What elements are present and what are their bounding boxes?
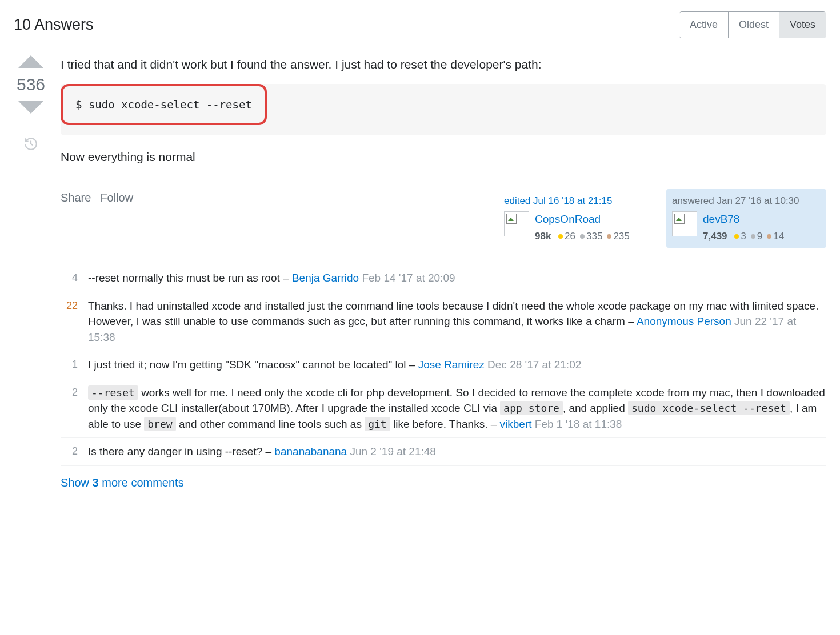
- comment-body: --reset works well for me. I need only t…: [88, 385, 826, 432]
- comment-body: --reset normally this must be run as roo…: [88, 270, 826, 286]
- comment-date: Dec 28 '17 at 21:02: [485, 359, 581, 371]
- author-avatar[interactable]: [672, 211, 697, 236]
- share-link[interactable]: Share: [61, 189, 91, 206]
- comment-user-link[interactable]: vikbert: [500, 418, 532, 430]
- comments-list: 4--reset normally this must be run as ro…: [61, 264, 826, 466]
- silver-badge-icon: [580, 234, 585, 239]
- comment-user-link[interactable]: Anonymous Person: [637, 315, 731, 327]
- comment: 2Is there any danger in using --reset? –…: [61, 438, 826, 466]
- vote-column: 536: [14, 55, 48, 493]
- comment-body: I just tried it; now I'm getting "SDK "m…: [88, 357, 826, 373]
- comment-date: Jun 2 '19 at 21:48: [347, 445, 436, 457]
- comment-score: 1: [61, 357, 78, 373]
- author-name[interactable]: devB78: [703, 211, 784, 228]
- inline-code: brew: [144, 417, 175, 431]
- editor-card: edited Jul 16 '18 at 21:15 CopsOnRoad 98…: [498, 189, 658, 248]
- upvote-button[interactable]: [18, 55, 43, 68]
- comment-text: Is there any danger in using --reset? –: [88, 445, 274, 457]
- bronze-badge-icon: [767, 234, 771, 239]
- user-cards: edited Jul 16 '18 at 21:15 CopsOnRoad 98…: [498, 189, 826, 248]
- broken-image-icon: [506, 214, 517, 224]
- timeline-icon[interactable]: [23, 136, 38, 153]
- comment-body: Thanks. I had uninstalled xcode and inst…: [88, 298, 826, 345]
- broken-image-icon: [674, 214, 685, 224]
- comment: 2--reset works well for me. I need only …: [61, 379, 826, 439]
- comment-text: like before. Thanks. –: [390, 418, 500, 430]
- comment-text: --reset normally this must be run as roo…: [88, 272, 292, 284]
- author-rep: 7,439 3 9 14: [703, 229, 784, 244]
- comment-score: 2: [61, 444, 78, 460]
- comment: 4--reset normally this must be run as ro…: [61, 264, 826, 292]
- comment-text: I just tried it; now I'm getting "SDK "m…: [88, 359, 418, 371]
- sort-tab-oldest[interactable]: Oldest: [729, 12, 779, 38]
- answer: 536 I tried that and it didn't work but …: [14, 55, 826, 493]
- comment-body: Is there any danger in using --reset? – …: [88, 444, 826, 460]
- comment: 22Thanks. I had uninstalled xcode and in…: [61, 292, 826, 352]
- inline-code: sudo xcode-select --reset: [628, 401, 790, 415]
- comment-score: 4: [61, 270, 78, 286]
- comment-score: 2: [61, 385, 78, 432]
- code-content: $ sudo xcode-select --reset: [63, 86, 265, 123]
- sort-tabs: ActiveOldestVotes: [679, 11, 826, 38]
- sort-tab-active[interactable]: Active: [679, 12, 729, 38]
- edited-link[interactable]: edited Jul 16 '18 at 21:15: [504, 194, 653, 208]
- silver-badge-icon: [751, 234, 755, 239]
- downvote-button[interactable]: [18, 101, 43, 114]
- inline-code: app store: [500, 401, 563, 415]
- follow-link[interactable]: Follow: [100, 189, 133, 206]
- editor-avatar[interactable]: [504, 211, 529, 236]
- code-block: $ sudo xcode-select --reset: [61, 84, 826, 136]
- code-bg-extension: [267, 84, 826, 136]
- answers-count-title: 10 Answers: [14, 16, 94, 34]
- comment: 1I just tried it; now I'm getting "SDK "…: [61, 351, 826, 379]
- comment-date: Feb 14 '17 at 20:09: [359, 272, 455, 284]
- post-actions-row: Share Follow edited Jul 16 '18 at 21:15 …: [61, 189, 826, 248]
- gold-badge-icon: [558, 234, 563, 239]
- answer-outro-text: Now everything is normal: [61, 148, 826, 166]
- comment-user-link[interactable]: bananabanana: [274, 445, 347, 457]
- answer-intro-text: I tried that and it didn't work but I fo…: [61, 55, 826, 74]
- editor-rep: 98k 26 335 235: [535, 229, 630, 244]
- vote-count: 536: [17, 75, 45, 94]
- sort-tab-votes[interactable]: Votes: [779, 12, 826, 38]
- comment-text: , and applied: [563, 402, 628, 414]
- editor-name[interactable]: CopsOnRoad: [535, 211, 630, 228]
- answered-label: answered Jan 27 '16 at 10:30: [672, 194, 821, 208]
- show-more-comments-link[interactable]: Show 3 more comments: [61, 466, 826, 493]
- gold-badge-icon: [734, 234, 739, 239]
- bronze-badge-icon: [607, 234, 611, 239]
- answer-body: I tried that and it didn't work but I fo…: [61, 55, 826, 493]
- author-card: answered Jan 27 '16 at 10:30 devB78 7,43…: [666, 189, 826, 248]
- comment-score: 22: [61, 298, 78, 345]
- inline-code: --reset: [88, 385, 138, 400]
- inline-code: git: [365, 417, 390, 431]
- comment-user-link[interactable]: Jose Ramirez: [418, 359, 485, 371]
- answers-header: 10 Answers ActiveOldestVotes: [14, 11, 826, 38]
- comment-text: and other command line tools such as: [176, 418, 365, 430]
- code-highlight-box: $ sudo xcode-select --reset: [61, 84, 267, 126]
- action-links: Share Follow: [61, 189, 133, 206]
- comment-user-link[interactable]: Benja Garrido: [292, 272, 359, 284]
- comment-date: Feb 1 '18 at 11:38: [532, 418, 622, 430]
